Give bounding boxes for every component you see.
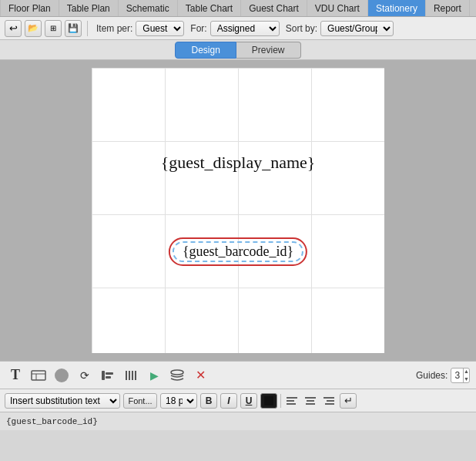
delete-tool[interactable]: ✕ <box>191 366 210 385</box>
item-per-select[interactable]: Guest <box>136 21 184 36</box>
layers-tool[interactable] <box>168 366 186 385</box>
tab-report[interactable]: Report <box>426 0 470 16</box>
for-select[interactable]: Assigned <box>210 21 280 36</box>
guest-name-text: {guest_display_name} <box>161 153 316 173</box>
tab-bar: Floor Plan Table Plan Schematic Table Ch… <box>0 0 476 17</box>
design-preview-bar: Design Preview <box>0 40 476 60</box>
svg-point-10 <box>171 370 183 375</box>
sort-label: Sort by: <box>286 23 317 34</box>
barcode-container[interactable]: {guest_barcode_id} <box>169 237 307 266</box>
guides-value: 3 <box>451 370 463 381</box>
color-button[interactable] <box>260 393 277 409</box>
page: {guest_display_name} {guest_barcode_id} <box>92 68 384 353</box>
return-button[interactable]: ↵ <box>340 393 357 409</box>
font-button[interactable]: Font... <box>123 393 157 409</box>
svg-rect-3 <box>102 371 105 380</box>
status-bar: {guest_barcode_id} <box>0 412 476 430</box>
align-center-button[interactable] <box>303 393 318 409</box>
svg-rect-7 <box>129 371 130 380</box>
guides-down[interactable]: ▼ <box>464 375 469 383</box>
preview-tab[interactable]: Preview <box>236 42 301 59</box>
tab-vdu-chart[interactable]: VDU Chart <box>307 0 368 16</box>
new-button[interactable]: ↩ <box>5 20 22 37</box>
guides-spinner[interactable]: 3 ▲ ▼ <box>451 368 470 383</box>
substitution-select[interactable]: Insert substitution text <box>5 393 120 409</box>
image-tool[interactable] <box>29 366 48 385</box>
underline-button[interactable]: U <box>240 393 257 409</box>
pages-button[interactable]: ⊞ <box>45 20 62 37</box>
tab-schematic[interactable]: Schematic <box>119 0 178 16</box>
svg-rect-8 <box>132 371 133 380</box>
bold-button[interactable]: B <box>200 393 217 409</box>
font-size-select[interactable]: 18 pt <box>160 393 197 409</box>
guides-arrows[interactable]: ▲ ▼ <box>463 368 469 383</box>
toolbar: ↩ 📂 ⊞ 💾 Item per: Guest For: Assigned So… <box>0 17 476 40</box>
format-bar: Insert substitution text Font... 18 pt B… <box>0 389 476 412</box>
item-per-label: Item per: <box>96 23 132 34</box>
guides-up[interactable]: ▲ <box>464 368 469 375</box>
toolbox: T ⟳ ▶ <box>0 361 476 389</box>
tab-table-plan[interactable]: Table Plan <box>59 0 119 16</box>
tab-guest-chart[interactable]: Guest Chart <box>241 0 307 16</box>
svg-rect-0 <box>32 371 45 380</box>
canvas-area: {guest_display_name} {guest_barcode_id} <box>0 60 476 361</box>
svg-rect-4 <box>106 372 113 375</box>
arrow-tool[interactable]: ▶ <box>145 366 163 385</box>
barcode-text: {guest_barcode_id} <box>183 244 293 259</box>
sort-select[interactable]: Guest/Group <box>320 21 394 36</box>
align-left-tool[interactable] <box>99 366 117 385</box>
for-label: For: <box>190 23 206 34</box>
circle-tool[interactable] <box>52 366 71 385</box>
design-tab[interactable]: Design <box>175 42 236 59</box>
rotate-tool[interactable]: ⟳ <box>75 366 94 385</box>
tab-floor-plan[interactable]: Floor Plan <box>0 0 59 16</box>
tab-table-chart[interactable]: Table Chart <box>178 0 241 16</box>
italic-button[interactable]: I <box>220 393 237 409</box>
save-button[interactable]: 💾 <box>65 20 82 37</box>
open-button[interactable]: 📂 <box>25 20 42 37</box>
guides-label: Guides: <box>416 370 448 381</box>
status-text: {guest_barcode_id} <box>6 417 98 426</box>
align-left-button[interactable] <box>284 393 300 409</box>
svg-rect-6 <box>126 371 127 380</box>
sep1 <box>87 21 88 36</box>
fmt-sep <box>280 394 281 408</box>
svg-rect-9 <box>135 371 136 380</box>
vlines-tool[interactable] <box>122 366 140 385</box>
align-right-button[interactable] <box>321 393 337 409</box>
text-tool[interactable]: T <box>6 366 25 385</box>
tab-stationery[interactable]: Stationery <box>368 0 426 16</box>
svg-rect-5 <box>106 376 111 379</box>
guides-section: Guides: 3 ▲ ▼ <box>416 368 470 383</box>
barcode-outer: {guest_barcode_id} <box>169 237 307 266</box>
